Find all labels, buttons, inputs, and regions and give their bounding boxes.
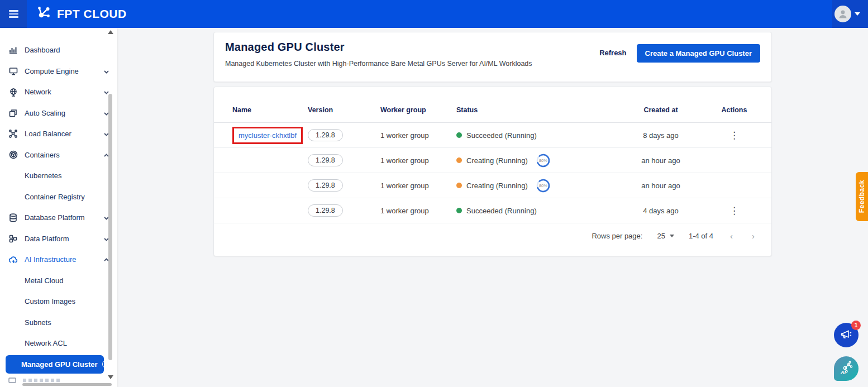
table-row: 1.29.8 1 worker group Creating (Running)… — [214, 173, 771, 198]
status-dot-orange — [456, 157, 462, 163]
sidebar-item-network-acl[interactable]: Network ACL — [0, 333, 117, 354]
sidebar-item-managed-gpu-cluster[interactable]: Managed GPU Cluster beta — [6, 355, 104, 374]
scroll-up-arrow-icon[interactable] — [108, 30, 113, 34]
sidebar-item-label: Managed GPU Cluster — [21, 360, 98, 369]
scrollbar-thumb[interactable] — [108, 94, 112, 360]
beta-badge: beta — [102, 360, 104, 369]
sidebar-item-kubernetes[interactable]: Kubernetes — [0, 165, 117, 187]
status-text: Succeeded (Running) — [466, 207, 537, 215]
sidebar-item-label: Data Platform — [25, 235, 103, 243]
column-header-actions: Actions — [697, 106, 771, 114]
sidebar-item-metal-cloud[interactable]: Metal Cloud — [0, 270, 117, 292]
sidebar-item-data-platform[interactable]: Data Platform — [0, 228, 117, 250]
sidebar-item-label: Kubernetes — [25, 171, 109, 180]
rows-per-page-value: 25 — [657, 232, 665, 240]
sidebar-item-load-balancer[interactable]: Load Balancer — [0, 123, 117, 145]
database-icon — [8, 213, 18, 222]
sidebar-item-label: Metal Cloud — [25, 276, 109, 285]
sidebar-item-container-registry[interactable]: Container Registry — [0, 187, 117, 208]
row-actions-kebab-icon[interactable]: ⋮ — [725, 128, 743, 142]
sidebar-item-custom-images[interactable]: Custom Images — [0, 291, 117, 312]
version-badge: 1.29.8 — [308, 129, 343, 141]
refresh-button[interactable]: Refresh — [598, 44, 627, 61]
version-badge: 1.29.8 — [308, 204, 343, 217]
column-header-worker-group: Worker group — [380, 106, 456, 114]
sidebar-item-label: Database Platform — [25, 213, 103, 222]
created-at-cell: 8 days ago — [624, 131, 697, 140]
sidebar-item-label: Auto Scaling — [25, 109, 103, 117]
sidebar-horizontal-scrollbar[interactable] — [22, 383, 112, 386]
top-bar: FPT CLOUD — [0, 0, 868, 28]
cropped-item-icon — [8, 375, 16, 385]
sidebar-item-database-platform[interactable]: Database Platform — [0, 207, 117, 228]
bar-chart-icon — [8, 45, 18, 55]
cluster-table-card: Name Version Worker group Status Created… — [213, 87, 772, 256]
page-header-card: Managed GPU Cluster Managed Kubernetes C… — [213, 32, 772, 82]
sidebar-item-network[interactable]: Network — [0, 82, 117, 103]
announcements-button[interactable]: 1 — [834, 323, 859, 347]
sidebar-item-label: AI Infrastructure — [25, 255, 103, 264]
status-text: Succeeded (Running) — [466, 131, 537, 140]
column-header-status: Status — [456, 106, 624, 114]
column-header-name: Name — [232, 106, 308, 114]
sidebar-item-subnets[interactable]: Subnets — [0, 312, 117, 333]
globe-icon — [8, 87, 18, 97]
brand-text: FPT CLOUD — [57, 7, 127, 21]
user-menu[interactable] — [834, 0, 860, 28]
version-badge: 1.29.8 — [308, 179, 343, 192]
sidebar-item-label: Load Balancer — [25, 130, 103, 138]
scroll-down-arrow-icon[interactable] — [108, 375, 113, 379]
table-header-row: Name Version Worker group Status Created… — [214, 97, 771, 123]
cluster-name-link[interactable]: mycluster-ckhxtlbf — [239, 131, 297, 140]
pagination-bar: Rows per page: 25 1-4 of 4 ‹ › — [214, 223, 771, 248]
container-box-icon — [8, 150, 18, 160]
ai-assistant-button[interactable]: AI — [834, 356, 859, 381]
table-row: 1.29.8 1 worker group Succeeded (Running… — [214, 198, 771, 223]
load-balancer-icon — [8, 129, 18, 138]
worker-group-cell: 1 worker group — [380, 131, 456, 140]
hamburger-icon — [9, 10, 18, 18]
page-title: Managed GPU Cluster — [225, 41, 532, 54]
create-cluster-button[interactable]: Create a Managed GPU Cluster — [637, 44, 760, 63]
hamburger-menu-button[interactable] — [0, 0, 27, 28]
row-actions-kebab-icon[interactable]: ⋮ — [725, 204, 743, 218]
table-row: mycluster-ckhxtlbf 1.29.8 1 worker group… — [214, 123, 771, 148]
column-header-version: Version — [308, 106, 380, 114]
sidebar-item-label: Compute Engine — [25, 67, 103, 75]
user-avatar[interactable] — [834, 6, 851, 22]
sidebar-item-ai-infrastructure[interactable]: AI Infrastructure — [0, 249, 117, 270]
column-header-created-at: Created at — [624, 106, 697, 114]
worker-group-cell: 1 worker group — [380, 207, 456, 215]
status-text: Creating (Running) — [466, 156, 528, 165]
sidebar-item-auto-scaling[interactable]: Auto Scaling — [0, 103, 117, 124]
created-at-cell: an hour ago — [624, 156, 697, 165]
rows-per-page-label: Rows per page: — [592, 232, 642, 240]
worker-group-cell: 1 worker group — [380, 156, 456, 165]
sidebar-item-label: Dashboard — [25, 46, 109, 54]
feedback-label: Feedback — [858, 180, 866, 213]
sidebar-item-label: Network ACL — [25, 339, 109, 347]
sidebar-item-label: Container Registry — [25, 193, 109, 201]
layers-icon — [8, 108, 18, 118]
previous-page-button[interactable]: ‹ — [730, 231, 733, 241]
sidebar-item-compute-engine[interactable]: Compute Engine — [0, 61, 117, 82]
worker-group-cell: 1 worker group — [380, 181, 456, 190]
sidebar-item-label: Custom Images — [25, 297, 109, 305]
ai-cloud-icon — [8, 255, 18, 264]
main-content: Managed GPU Cluster Managed Kubernetes C… — [117, 28, 868, 387]
brand-logo[interactable]: FPT CLOUD — [36, 4, 127, 23]
rows-per-page-select[interactable]: 25 — [657, 232, 674, 240]
sidebar-item-dashboard[interactable]: Dashboard — [0, 40, 117, 61]
feedback-tab[interactable]: Feedback — [856, 172, 868, 221]
table-row: 1.29.8 1 worker group Creating (Running)… — [214, 148, 771, 173]
progress-ring: 80% — [536, 153, 551, 168]
progress-percent: 80% — [536, 178, 551, 193]
sidebar-vertical-scrollbar[interactable] — [108, 28, 113, 387]
sidebar-item-label: Containers — [25, 151, 103, 159]
sidebar-item-containers[interactable]: Containers — [0, 145, 117, 166]
data-platform-icon — [8, 234, 18, 243]
sidebar-item-label: Subnets — [25, 318, 109, 327]
red-annotation-box: mycluster-ckhxtlbf — [232, 127, 303, 144]
next-page-button[interactable]: › — [752, 231, 755, 241]
version-badge: 1.29.8 — [308, 154, 343, 166]
